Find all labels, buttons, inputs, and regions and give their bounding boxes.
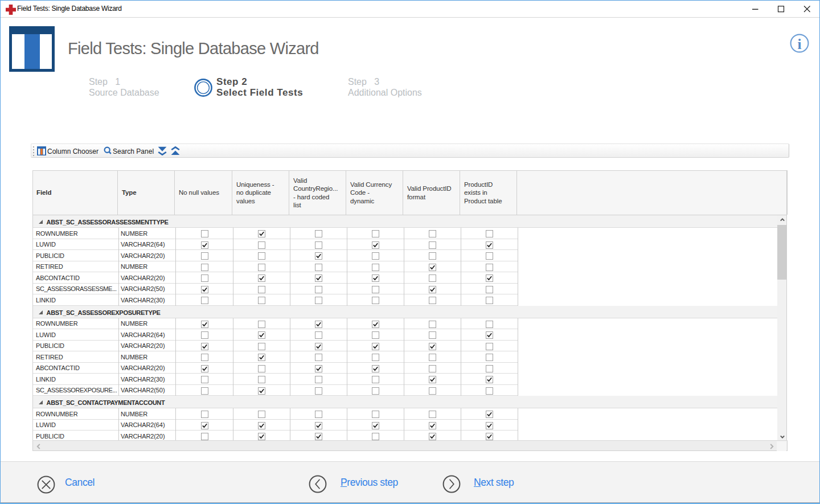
svg-text:i: i (798, 36, 802, 52)
